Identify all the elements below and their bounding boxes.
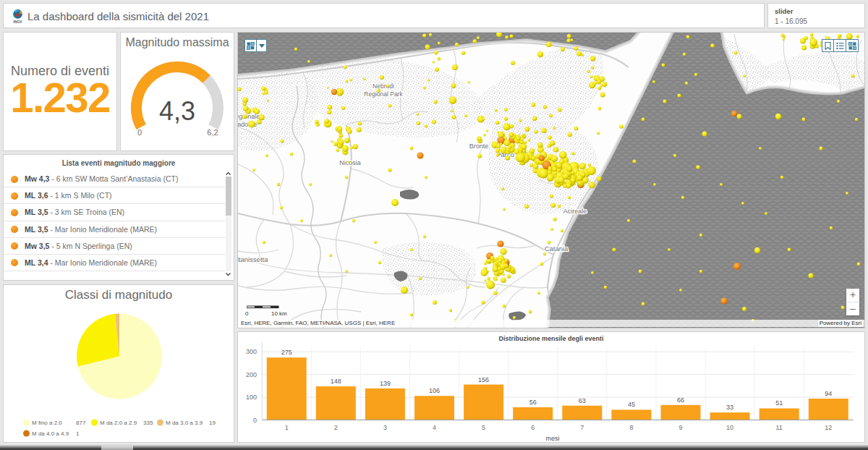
- earthquake-dot[interactable]: [568, 196, 571, 199]
- earthquake-dot[interactable]: [567, 34, 571, 38]
- earthquake-dot[interactable]: [574, 46, 579, 51]
- earthquake-dot[interactable]: [425, 124, 427, 127]
- earthquake-dot[interactable]: [571, 152, 575, 156]
- earthquake-dot[interactable]: [679, 289, 682, 292]
- earthquake-dot[interactable]: [685, 82, 688, 85]
- earthquake-dot[interactable]: [759, 147, 762, 150]
- earthquake-dot[interactable]: [401, 286, 408, 294]
- earthquake-dot[interactable]: [710, 43, 715, 48]
- earthquake-dot[interactable]: [467, 286, 469, 289]
- earthquake-dot[interactable]: [378, 261, 381, 264]
- earthquake-dot[interactable]: [486, 130, 488, 132]
- earthquake-dot[interactable]: [252, 169, 255, 171]
- event-list-item[interactable]: ML 3,6 - 1 km S Milo (CT): [4, 187, 225, 204]
- earthquake-dot[interactable]: [501, 258, 504, 260]
- bar[interactable]: [513, 407, 553, 420]
- earthquake-dot[interactable]: [388, 168, 391, 171]
- basemap-dropdown-button[interactable]: [257, 39, 267, 52]
- earthquake-dot[interactable]: [477, 36, 480, 39]
- earthquake-dot[interactable]: [579, 163, 586, 169]
- earthquake-dot[interactable]: [502, 273, 505, 276]
- earthquake-dot[interactable]: [483, 134, 486, 137]
- earthquake-dot[interactable]: [352, 219, 355, 222]
- earthquake-dot[interactable]: [559, 151, 567, 159]
- earthquake-dot[interactable]: [587, 166, 595, 175]
- earthquake-dot[interactable]: [662, 64, 665, 67]
- earthquake-dot[interactable]: [497, 153, 500, 156]
- earthquake-dot[interactable]: [532, 116, 537, 121]
- earthquake-dot[interactable]: [265, 154, 268, 157]
- bar[interactable]: [365, 389, 405, 420]
- earthquake-dot[interactable]: [551, 156, 558, 162]
- earthquake-dot[interactable]: [561, 229, 563, 232]
- earthquake-dot[interactable]: [433, 300, 437, 305]
- earthquake-dot[interactable]: [504, 137, 507, 140]
- earthquake-dot[interactable]: [503, 148, 506, 151]
- earthquake-dot[interactable]: [508, 145, 512, 149]
- earthquake-dot[interactable]: [363, 77, 366, 80]
- earthquake-dot[interactable]: [353, 144, 358, 149]
- earthquake-dot[interactable]: [386, 85, 389, 88]
- earthquake-dot[interactable]: [417, 152, 423, 158]
- earthquake-dot[interactable]: [537, 143, 542, 148]
- earthquake-dot[interactable]: [802, 118, 806, 122]
- horizontal-scrollbar-thumb[interactable]: [101, 446, 133, 450]
- earthquake-dot[interactable]: [277, 183, 281, 187]
- earthquake-dot[interactable]: [529, 148, 535, 153]
- earthquake-dot[interactable]: [668, 248, 671, 251]
- earthquake-dot[interactable]: [788, 248, 791, 252]
- earthquake-dot[interactable]: [328, 105, 333, 110]
- earthquake-dot[interactable]: [737, 114, 742, 119]
- earthquake-dot[interactable]: [652, 80, 655, 83]
- earthquake-dot[interactable]: [510, 34, 514, 38]
- earthquake-dot[interactable]: [568, 132, 572, 137]
- earthquake-dot[interactable]: [449, 309, 452, 312]
- earthquake-dot[interactable]: [507, 274, 511, 279]
- earthquake-dot[interactable]: [765, 212, 767, 215]
- earthquake-dot[interactable]: [327, 87, 329, 89]
- event-list-item[interactable]: ML 3,4 - Mar Ionio Meridionale (MARE): [4, 255, 225, 271]
- earthquake-dot[interactable]: [345, 176, 348, 179]
- scroll-thumb[interactable]: [226, 177, 231, 216]
- earthquake-dot[interactable]: [501, 187, 504, 190]
- earthquake-dot[interactable]: [563, 184, 567, 188]
- earthquake-dot[interactable]: [347, 161, 349, 163]
- earthquake-dot[interactable]: [587, 70, 590, 73]
- map-panel[interactable]: NebrodiRegional ParkRegionaleMadonieNico…: [237, 32, 865, 328]
- earthquake-dot[interactable]: [855, 118, 858, 121]
- earthquake-dot[interactable]: [242, 97, 248, 103]
- earthquake-dot[interactable]: [419, 277, 422, 280]
- earthquake-dot[interactable]: [597, 80, 601, 83]
- earthquake-dot[interactable]: [642, 302, 645, 306]
- earthquake-dot[interactable]: [548, 167, 552, 171]
- earthquake-dot[interactable]: [694, 73, 697, 76]
- earthquake-dot[interactable]: [505, 35, 509, 39]
- earthquake-dot[interactable]: [487, 277, 490, 281]
- earthquake-dot[interactable]: [350, 146, 353, 149]
- earthquake-dot[interactable]: [542, 128, 547, 133]
- earthquake-dot[interactable]: [619, 124, 624, 129]
- earthquake-dot[interactable]: [576, 51, 582, 56]
- earthquake-dot[interactable]: [473, 39, 477, 43]
- earthquake-dot[interactable]: [599, 86, 602, 89]
- earthquake-dot[interactable]: [612, 247, 616, 251]
- bar[interactable]: [316, 386, 356, 420]
- earthquake-dot[interactable]: [535, 130, 538, 133]
- earthquake-dot[interactable]: [464, 114, 467, 117]
- earthquake-dot[interactable]: [782, 38, 785, 41]
- earthquake-dot[interactable]: [449, 96, 456, 103]
- earthquake-dot[interactable]: [539, 156, 545, 161]
- earthquake-dot[interactable]: [335, 127, 338, 130]
- earthquake-dot[interactable]: [529, 164, 533, 167]
- earthquake-dot[interactable]: [547, 174, 554, 182]
- earthquake-dot[interactable]: [325, 119, 329, 123]
- earthquake-dot[interactable]: [503, 123, 510, 130]
- earthquake-dot[interactable]: [339, 134, 343, 138]
- earthquake-dot[interactable]: [309, 183, 312, 186]
- earthquake-dot[interactable]: [267, 99, 269, 101]
- earthquake-dot[interactable]: [374, 241, 377, 244]
- earthquake-dot[interactable]: [780, 176, 783, 179]
- earthquake-dot[interactable]: [632, 159, 636, 163]
- earthquake-dot[interactable]: [499, 143, 502, 145]
- zoom-in-button[interactable]: +: [846, 289, 859, 302]
